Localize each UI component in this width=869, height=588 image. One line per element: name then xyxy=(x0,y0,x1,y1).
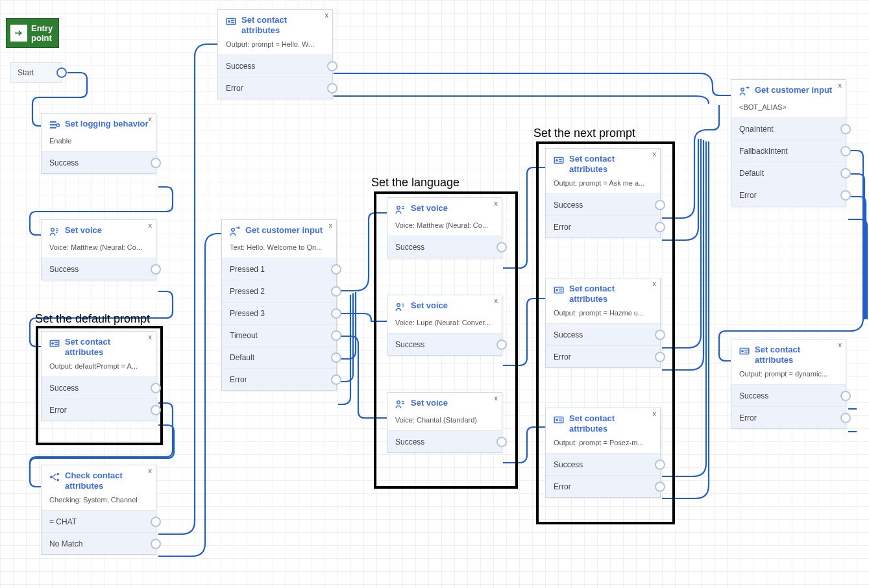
port-fallback[interactable]: FallbackIntent xyxy=(731,140,846,162)
port-success[interactable]: Success xyxy=(546,453,660,475)
port-error[interactable]: Error xyxy=(222,368,336,390)
port-timeout[interactable]: Timeout xyxy=(222,324,336,346)
voice-icon xyxy=(48,225,61,238)
block-sub: Output: defaultPrompt = A... xyxy=(42,361,156,376)
port-default[interactable]: Default xyxy=(222,346,336,368)
svg-rect-4 xyxy=(50,121,56,123)
block-title: Get customer input xyxy=(245,225,323,236)
close-icon[interactable]: x xyxy=(149,115,153,123)
port-success[interactable]: Success xyxy=(387,236,502,258)
block-default-prompt[interactable]: Set contact attributes x Output: default… xyxy=(41,331,156,421)
port-error[interactable]: Error xyxy=(546,475,660,497)
block-sub: Output: prompt = Hello. W... xyxy=(218,39,332,55)
block-get-input-1[interactable]: Get customer input x Text: Hello. Welcom… xyxy=(221,219,337,391)
start-node[interactable]: Start xyxy=(10,62,62,83)
svg-point-25 xyxy=(556,289,558,291)
svg-point-13 xyxy=(50,476,52,478)
annotation-language: Set the language xyxy=(371,176,459,190)
block-sub: Text: Hello. Welcome to Qn... xyxy=(222,242,336,258)
close-icon[interactable]: x xyxy=(653,410,657,417)
port-success[interactable]: Success xyxy=(546,193,660,215)
block-title: Set voice xyxy=(411,203,448,214)
svg-point-18 xyxy=(397,304,400,307)
close-icon[interactable]: x xyxy=(149,333,153,341)
voice-icon xyxy=(394,398,407,411)
block-next-prompt-2[interactable]: Set contact attributes x Output: prompt … xyxy=(545,278,661,368)
port-error[interactable]: Error xyxy=(218,77,332,99)
block-next-prompt-1[interactable]: Set contact attributes x Output: prompt … xyxy=(545,148,661,238)
port-success[interactable]: Success xyxy=(42,376,156,398)
block-sub: Output: prompt = Posez-m... xyxy=(546,437,660,453)
card-icon xyxy=(552,154,565,167)
close-icon[interactable]: x xyxy=(325,11,329,19)
svg-point-34 xyxy=(742,350,744,352)
block-voice-lang-1[interactable]: Set voice x Voice: Matthew (Neural: Co..… xyxy=(387,197,502,258)
port-error[interactable]: Error xyxy=(546,215,660,238)
entry-label-1: Entry xyxy=(31,23,53,33)
port-nomatch[interactable]: No Match xyxy=(42,532,156,554)
card-icon xyxy=(552,413,565,426)
port-pressed-3[interactable]: Pressed 3 xyxy=(222,302,336,324)
close-icon[interactable]: x xyxy=(149,221,153,229)
svg-point-21 xyxy=(556,160,558,162)
block-get-input-2[interactable]: Get customer input x <BOT_ALIAS> QnaInte… xyxy=(731,79,846,206)
block-title: Set contact attributes xyxy=(569,154,654,174)
close-icon[interactable]: x xyxy=(495,199,498,207)
block-set-contact-top[interactable]: Set contact attributes x Output: prompt … xyxy=(217,9,333,99)
close-icon[interactable]: x xyxy=(653,280,657,288)
port-qnaintent[interactable]: QnaIntent xyxy=(731,117,846,140)
port-pressed-1[interactable]: Pressed 1 xyxy=(222,258,336,280)
port-success[interactable]: Success xyxy=(42,258,156,280)
close-icon[interactable]: x xyxy=(329,221,333,229)
branch-icon xyxy=(48,471,61,484)
svg-point-7 xyxy=(56,124,60,127)
close-icon[interactable]: x xyxy=(149,467,153,474)
svg-rect-5 xyxy=(50,125,56,126)
port-success[interactable]: Success xyxy=(731,384,846,406)
svg-rect-6 xyxy=(50,127,56,129)
close-icon[interactable]: x xyxy=(495,297,498,304)
port-success[interactable]: Success xyxy=(546,323,660,345)
close-icon[interactable]: x xyxy=(838,81,842,89)
port-error[interactable]: Error xyxy=(42,398,156,421)
card-icon xyxy=(738,345,751,358)
port-success[interactable]: Success xyxy=(387,333,502,355)
voice-icon xyxy=(394,300,407,313)
close-icon[interactable]: x xyxy=(653,150,657,158)
svg-point-15 xyxy=(57,479,59,481)
port-default[interactable]: Default xyxy=(731,162,846,184)
port-success[interactable]: Success xyxy=(42,151,156,173)
block-set-contact-right[interactable]: Set contact attributes x Output: prompt … xyxy=(731,339,846,429)
svg-point-14 xyxy=(57,473,59,475)
port-error[interactable]: Error xyxy=(731,184,846,206)
block-title: Check contact attributes xyxy=(65,471,149,491)
block-logging[interactable]: Set logging behavior x Enable Success xyxy=(41,113,156,174)
block-voice-lang-2[interactable]: Set voice x Voice: Lupe (Neural: Conver.… xyxy=(387,295,502,356)
port-pressed-2[interactable]: Pressed 2 xyxy=(222,280,336,302)
port-chat[interactable]: = CHAT xyxy=(42,510,156,532)
port-success[interactable]: Success xyxy=(218,55,332,77)
close-icon[interactable]: x xyxy=(838,341,842,349)
svg-point-29 xyxy=(556,419,558,421)
block-next-prompt-3[interactable]: Set contact attributes x Output: prompt … xyxy=(545,408,661,498)
port-error[interactable]: Error xyxy=(731,406,846,428)
port-success[interactable]: Success xyxy=(387,430,502,452)
block-sub: Output: prompt = dynamic... xyxy=(731,369,846,384)
block-title: Set contact attributes xyxy=(569,284,654,304)
svg-point-1 xyxy=(228,21,230,23)
annotation-default-prompt: Set the default prompt xyxy=(35,312,150,326)
close-icon[interactable]: x xyxy=(495,394,498,402)
block-title: Set logging behavior xyxy=(65,119,149,129)
start-label: Start xyxy=(18,68,34,77)
block-voice-1[interactable]: Set voice x Voice: Matthew (Neural: Co..… xyxy=(41,219,156,280)
block-voice-lang-3[interactable]: Set voice x Voice: Chantal (Standard) Su… xyxy=(387,392,502,453)
block-title: Set contact attributes xyxy=(569,413,654,434)
block-title: Set voice xyxy=(411,300,448,311)
block-sub: Voice: Matthew (Neural: Co... xyxy=(387,220,502,236)
port-error[interactable]: Error xyxy=(546,345,660,367)
svg-point-8 xyxy=(51,228,55,232)
card-icon xyxy=(48,337,61,350)
card-icon xyxy=(552,284,565,297)
block-check-attrs[interactable]: Check contact attributes x Checking: Sys… xyxy=(41,465,156,555)
block-sub: Voice: Matthew (Neural: Co... xyxy=(42,242,156,258)
